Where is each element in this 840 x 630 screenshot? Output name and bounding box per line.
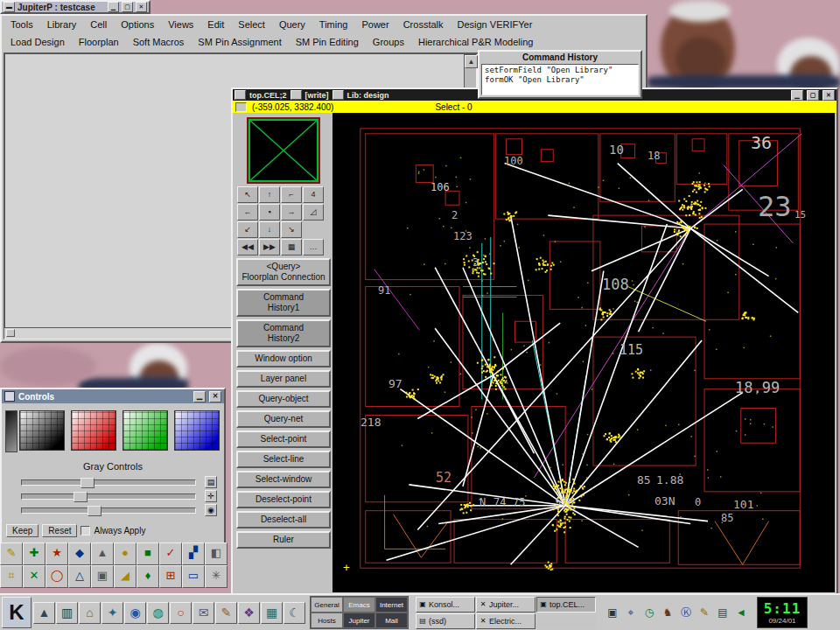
terminal-icon[interactable]: ▥: [56, 602, 78, 624]
tray-icon[interactable]: ✎: [696, 604, 713, 621]
gradient-swatch[interactable]: [122, 410, 168, 451]
menu-item[interactable]: SM Pin Editing: [289, 37, 366, 47]
tool-button-icon[interactable]: ▞: [182, 542, 205, 565]
globe-icon[interactable]: ◍: [147, 602, 169, 624]
slider-thumb[interactable]: [80, 478, 94, 488]
close-button[interactable]: ✕: [209, 391, 221, 402]
menu-item[interactable]: SM Pin Assignment: [191, 37, 288, 47]
status-grip[interactable]: [6, 329, 15, 337]
tool-button-icon[interactable]: ▭: [182, 565, 205, 588]
menu-item[interactable]: Hierarchical P&R Modeling: [411, 37, 540, 47]
menu-item[interactable]: Options: [114, 19, 161, 30]
tray-icon[interactable]: ⌖: [622, 604, 640, 621]
always-apply-checkbox[interactable]: [80, 526, 90, 536]
pager-desktop-jupiter[interactable]: Jupiter: [343, 612, 375, 628]
panel-clock[interactable]: 5:11 09/24/01: [757, 597, 808, 628]
sidebar-button-query-object[interactable]: Query-object: [236, 390, 331, 408]
menu-item[interactable]: Floorplan: [72, 37, 126, 47]
tool-button-icon[interactable]: ⊞: [159, 565, 182, 588]
nav-button-icon[interactable]: ←: [237, 204, 258, 220]
scroll-up-icon[interactable]: ▲: [465, 55, 478, 68]
nav-button-icon[interactable]: ⌐: [281, 186, 302, 203]
maximize-button[interactable]: ▢: [807, 90, 819, 101]
tool-button-icon[interactable]: ✎: [0, 542, 23, 565]
nav-button-icon[interactable]: ↙: [237, 221, 258, 238]
xapp-icon[interactable]: ☾: [284, 602, 305, 624]
menu-item[interactable]: Query: [272, 19, 312, 30]
minimize-button[interactable]: ▁: [193, 391, 206, 402]
nav-button-icon[interactable]: 4: [303, 186, 324, 203]
window-menu-icon[interactable]: [234, 90, 246, 100]
tray-icon[interactable]: ◷: [640, 604, 658, 621]
menu-item[interactable]: Select: [231, 19, 272, 30]
tool-button-icon[interactable]: ■: [136, 542, 159, 565]
spreadsheet-icon[interactable]: ▦: [261, 602, 283, 624]
task-button-top-cel[interactable]: ▣top.CEL...: [536, 597, 596, 612]
menu-item[interactable]: Power: [354, 19, 396, 30]
maximize-button[interactable]: ▢: [122, 2, 133, 12]
tool-button-icon[interactable]: ✚: [23, 542, 46, 565]
nav-button-icon[interactable]: ↘: [281, 221, 302, 238]
pager-desktop-internet[interactable]: Internet: [375, 597, 408, 612]
menu-item[interactable]: Load Design: [4, 37, 72, 47]
nav-button-icon[interactable]: ▶▶: [259, 239, 280, 256]
tray-icon[interactable]: ▤: [714, 604, 732, 621]
menu-item[interactable]: Tools: [4, 19, 40, 30]
sidebar-button-deselect-all[interactable]: Deselect-all: [236, 511, 331, 528]
pager-desktop-mail[interactable]: Mail: [375, 612, 408, 628]
lifebuoy-icon[interactable]: ○: [170, 602, 192, 624]
home-folder-icon[interactable]: ⌂: [79, 602, 101, 624]
menu-item[interactable]: Groups: [366, 37, 411, 47]
slider-track[interactable]: [21, 480, 196, 486]
sidebar-button-command-history1[interactable]: CommandHistory1: [236, 289, 331, 317]
menu-item[interactable]: Library: [40, 19, 84, 30]
window-menu-icon[interactable]: [4, 391, 15, 402]
tool-button-icon[interactable]: ◧: [205, 542, 228, 565]
mail-icon[interactable]: ✉: [192, 602, 214, 624]
tool-button-icon[interactable]: ◢: [114, 565, 136, 588]
packages-icon[interactable]: ❖: [238, 602, 260, 624]
close-button[interactable]: ✕: [136, 2, 147, 12]
task-button-ssd[interactable]: ▤(ssd): [416, 613, 475, 629]
tool-button-icon[interactable]: ▣: [91, 565, 114, 588]
jupiter-window-titlebar[interactable]: ▬ JupiterP : testcase ▁ ▢ ✕: [0, 0, 150, 14]
layout-canvas[interactable]: 1061001018362321233911081159721818.99528…: [332, 113, 835, 592]
slider-thumb[interactable]: [74, 492, 88, 502]
controls-window-titlebar[interactable]: Controls ▁ ✕: [2, 389, 224, 403]
status-icon[interactable]: [235, 102, 247, 112]
pager-desktop-general[interactable]: General: [311, 597, 343, 612]
nav-button-icon[interactable]: …: [303, 239, 324, 256]
slider-thumb[interactable]: [88, 506, 102, 516]
command-history-log[interactable]: setFormField "Open Library"formOK "Open …: [481, 64, 639, 95]
tray-icon[interactable]: ◄: [732, 604, 750, 621]
menu-item[interactable]: Edit: [200, 19, 231, 30]
tool-button-icon[interactable]: ✓: [159, 542, 182, 565]
sidebar-button-query-net[interactable]: Query-net: [236, 410, 331, 428]
nav-button-icon[interactable]: ↖: [237, 186, 258, 203]
slider-track[interactable]: [21, 494, 196, 500]
menu-item[interactable]: Timing: [312, 19, 355, 30]
gradient-swatch[interactable]: [174, 410, 220, 451]
reset-button[interactable]: Reset: [42, 524, 77, 537]
pager-desktop-hosts[interactable]: Hosts: [311, 612, 343, 628]
menu-item[interactable]: Crosstalk: [396, 19, 451, 30]
sidebar-button-window-option[interactable]: Window option: [236, 350, 331, 368]
nav-button-icon[interactable]: →: [281, 204, 302, 220]
tray-icon[interactable]: Ⓚ: [677, 604, 695, 621]
tool-button-icon[interactable]: ◯: [46, 565, 68, 588]
tool-button-icon[interactable]: ♦: [136, 565, 159, 588]
sidebar-button-select-point[interactable]: Select-point: [236, 430, 331, 448]
kde-help-icon[interactable]: ✦: [102, 602, 123, 624]
minimize-button[interactable]: ▁: [108, 2, 119, 12]
nav-button-icon[interactable]: ▦: [281, 239, 302, 256]
slider-option-icon[interactable]: ▤: [205, 476, 217, 488]
tool-button-icon[interactable]: ★: [46, 542, 68, 565]
tool-button-icon[interactable]: ▲: [91, 542, 114, 565]
pager-desktop-emacs[interactable]: Emacs: [343, 597, 375, 612]
menu-item[interactable]: Cell: [83, 19, 114, 30]
slider-option-icon[interactable]: ◉: [205, 504, 217, 516]
tray-icon[interactable]: ▣: [604, 604, 621, 621]
menu-item[interactable]: Views: [161, 19, 200, 30]
konqueror-icon[interactable]: ◉: [124, 602, 146, 624]
tool-button-icon[interactable]: ✕: [23, 565, 46, 588]
